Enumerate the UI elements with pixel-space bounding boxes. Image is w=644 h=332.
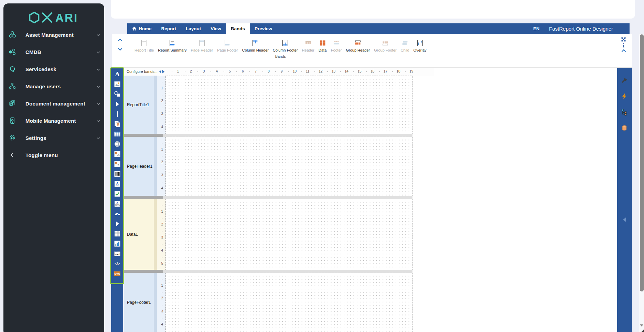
collapse-ribbon-icon[interactable] — [621, 49, 626, 52]
group-footer-band-icon — [381, 39, 389, 47]
child-button[interactable]: Child — [399, 39, 411, 52]
band-label-column[interactable]: PageFooter1 — [124, 273, 154, 332]
tab-bands[interactable]: Bands — [226, 23, 250, 34]
band-nav-arrows-icon[interactable] — [159, 70, 165, 74]
ruler-number: 5 — [157, 262, 163, 265]
ruler-tick — [327, 71, 328, 72]
database-icon[interactable] — [621, 124, 629, 132]
band-label-column[interactable]: Data1 — [124, 199, 154, 270]
tab-view[interactable]: View — [206, 23, 226, 34]
flyout-arrow-icon[interactable] — [114, 220, 121, 228]
gauge-icon[interactable] — [114, 210, 121, 218]
crossview-icon[interactable] — [114, 150, 121, 158]
band-divider[interactable] — [124, 134, 412, 137]
band-pagefooter1[interactable]: PageFooter11234 — [124, 273, 412, 332]
checkbox-icon[interactable] — [114, 190, 121, 198]
page-header-button[interactable]: Page Header — [189, 39, 215, 52]
band-name: ReportTitle1 — [127, 102, 149, 107]
crosstab-icon[interactable] — [114, 160, 121, 168]
richtext-icon[interactable]: A — [114, 180, 121, 188]
page-footer-button[interactable]: Page Footer — [215, 39, 240, 52]
band-data1[interactable]: Data112345 — [124, 199, 412, 270]
sidebar-item-manage-users[interactable]: Manage users — [3, 78, 104, 95]
band-page-area[interactable] — [165, 199, 412, 270]
ruler-tick — [162, 205, 162, 206]
wrench-icon[interactable] — [621, 77, 629, 85]
flyout-arrow-icon[interactable] — [114, 100, 121, 108]
group-header-button[interactable]: Group Header — [344, 39, 372, 52]
picture-icon[interactable] — [114, 80, 121, 88]
band-reporttitle1[interactable]: ReportTitle11234 — [124, 76, 412, 134]
report-summary-button[interactable]: Report Summary — [156, 39, 189, 52]
sidebar-item-cmdb[interactable]: CMDB — [3, 43, 104, 60]
chart-icon[interactable] — [114, 240, 121, 247]
column-header-button[interactable]: Column Header — [240, 39, 271, 52]
matrix-icon[interactable] — [114, 230, 121, 237]
cellular-text-icon[interactable]: A — [114, 200, 121, 208]
band-divider-handle[interactable] — [124, 134, 163, 137]
lightning-icon[interactable] — [621, 93, 629, 100]
band-page-area[interactable] — [165, 76, 412, 134]
band-divider-handle[interactable] — [124, 196, 163, 199]
html-icon[interactable]: </> — [114, 260, 121, 267]
ruler-number: 10 — [292, 69, 298, 73]
ruler-tick — [162, 292, 162, 293]
vertical-scrollbar[interactable] — [639, 34, 644, 332]
ribbon-scroll-up-button[interactable] — [118, 38, 122, 42]
report-title-button[interactable]: Report Title — [132, 39, 156, 52]
line-icon[interactable] — [114, 110, 121, 118]
ribbon-scroll-down-button[interactable] — [118, 48, 122, 51]
sidebar-item-asset-management[interactable]: Asset Management — [3, 26, 104, 43]
band-edge-strip — [154, 76, 157, 134]
scrollbar-down-arrow-icon[interactable] — [640, 324, 643, 327]
text-icon[interactable]: A — [114, 70, 121, 78]
footer-button[interactable]: Footer — [329, 39, 344, 52]
ruler-tick — [314, 71, 315, 72]
subreport-icon[interactable] — [114, 120, 121, 128]
collapse-left-icon[interactable] — [622, 217, 628, 223]
sidebar-item-settings[interactable]: Settings — [3, 129, 104, 146]
tab-home[interactable]: Home — [127, 23, 157, 34]
band-pageheader1[interactable]: PageHeader11234 — [124, 137, 412, 196]
scrollbar-thumb[interactable] — [640, 34, 644, 291]
sidebar-toggle-menu[interactable]: Toggle menu — [3, 146, 104, 164]
table-icon[interactable] — [114, 130, 121, 138]
language-button[interactable]: EN — [533, 23, 539, 34]
ruler-number: 1 — [157, 86, 163, 90]
ruler-number: 17 — [383, 69, 388, 73]
band-divider[interactable] — [124, 196, 412, 199]
configure-bands-button[interactable]: Configure bands... — [127, 69, 158, 74]
ribbon-group-label: Bands — [132, 54, 429, 58]
sidebar-item-mobile-management[interactable]: Mobile Management — [3, 112, 104, 129]
tab-layout[interactable]: Layout — [181, 23, 206, 34]
fullscreen-icon[interactable] — [621, 36, 626, 42]
group-footer-button[interactable]: Group Footer — [372, 39, 398, 52]
svg-text:A: A — [115, 70, 120, 78]
overlay-button[interactable]: Overlay — [411, 39, 429, 52]
report-tree-icon[interactable] — [621, 109, 629, 116]
signature-icon[interactable] — [114, 250, 121, 257]
band-page-area[interactable] — [165, 137, 412, 196]
band-page-area[interactable] — [165, 273, 412, 332]
tab-report[interactable]: Report — [157, 23, 181, 34]
band-label-column[interactable]: PageHeader1 — [124, 137, 154, 196]
ruler-tick — [275, 71, 276, 72]
column-footer-button[interactable]: Column Footer — [271, 39, 300, 52]
shapes-icon[interactable] — [114, 90, 121, 98]
ruler-tick — [262, 71, 263, 72]
barcode-icon[interactable] — [114, 170, 121, 178]
data-button[interactable]: Data — [316, 39, 329, 52]
sidebar-item-servicedesk[interactable]: Servicedesk — [3, 60, 104, 78]
header-button[interactable]: Header — [300, 39, 316, 52]
band-divider-track — [163, 196, 412, 199]
band-label-column[interactable]: ReportTitle1 — [124, 76, 154, 134]
tab-preview[interactable]: Preview — [250, 23, 277, 34]
band-divider[interactable] — [124, 270, 412, 273]
map-icon[interactable] — [114, 140, 121, 148]
ruler-tick — [162, 218, 162, 219]
band-divider-handle[interactable] — [124, 270, 163, 273]
sidebar-item-document-management[interactable]: Document management — [3, 95, 104, 112]
app-sidebar: ARI Asset ManagementCMDBServicedeskManag… — [3, 3, 104, 332]
svg-icon[interactable]: SVG — [114, 270, 121, 277]
ruler-number: 13 — [331, 69, 336, 73]
